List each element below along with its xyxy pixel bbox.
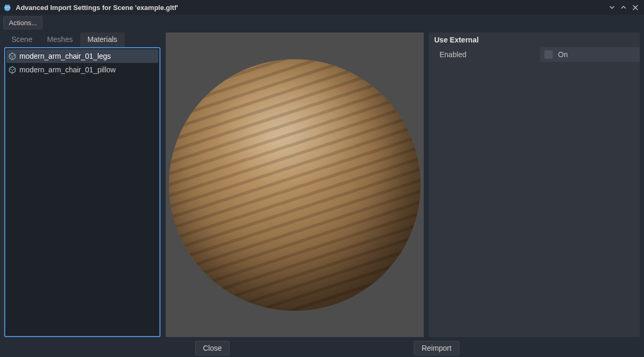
section-use-external: Use External: [429, 33, 640, 47]
tab-materials[interactable]: Materials: [80, 33, 125, 47]
material-preview-sphere: [169, 59, 421, 311]
material-name: modern_arm_chair_01_pillow: [19, 66, 116, 74]
tabs: Scene Meshes Materials: [4, 33, 160, 47]
window-title: Advanced Import Settings for Scene 'exam…: [16, 4, 606, 12]
actions-dropdown[interactable]: Actions...: [3, 16, 42, 29]
close-button[interactable]: Close: [195, 341, 230, 355]
svg-point-0: [4, 5, 10, 11]
material-item[interactable]: modern_arm_chair_01_pillow: [6, 63, 158, 77]
left-panel: Scene Meshes Materials modern_arm_chair_…: [4, 33, 160, 337]
tab-scene[interactable]: Scene: [4, 33, 40, 47]
material-tree[interactable]: modern_arm_chair_01_legs modern_arm_chai…: [4, 47, 160, 337]
preview-viewport[interactable]: [166, 33, 424, 337]
svg-rect-5: [5, 5, 6, 6]
tab-meshes[interactable]: Meshes: [40, 33, 80, 47]
property-value: On: [540, 47, 640, 62]
material-icon: [8, 52, 16, 60]
reimport-button[interactable]: Reimport: [414, 341, 459, 355]
material-name: modern_arm_chair_01_legs: [19, 52, 111, 60]
main-area: Scene Meshes Materials modern_arm_chair_…: [0, 31, 644, 339]
footer: Close Reimport: [0, 339, 644, 357]
close-window-button[interactable]: [629, 2, 641, 13]
inspector-panel: Use External Enabled On: [429, 33, 640, 337]
svg-point-4: [8, 7, 9, 7]
property-row-enabled: Enabled On: [429, 47, 640, 62]
tab-label: Scene: [12, 35, 33, 44]
titlebar: Advanced Import Settings for Scene 'exam…: [0, 0, 644, 15]
svg-point-3: [6, 7, 6, 7]
minimize-button[interactable]: [606, 2, 618, 13]
app-icon: [3, 3, 12, 12]
material-item[interactable]: modern_arm_chair_01_legs: [6, 49, 158, 63]
svg-rect-6: [9, 5, 10, 6]
material-icon: [8, 66, 16, 74]
enabled-checkbox[interactable]: [544, 50, 553, 59]
maximize-button[interactable]: [618, 2, 629, 13]
toolbar: Actions...: [0, 15, 644, 31]
tab-label: Meshes: [47, 35, 73, 44]
property-label: Enabled: [439, 50, 540, 59]
enabled-value-text: On: [558, 50, 568, 59]
tab-label: Materials: [88, 35, 117, 44]
